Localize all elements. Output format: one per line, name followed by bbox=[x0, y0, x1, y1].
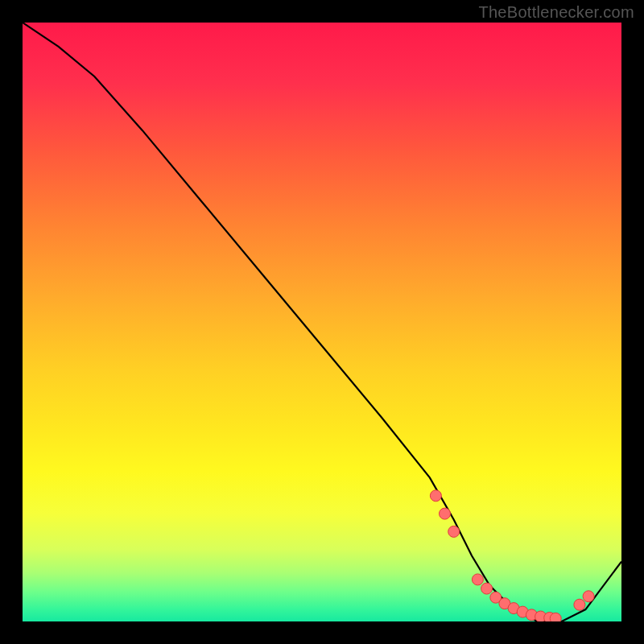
gpu-marker bbox=[430, 490, 441, 502]
gpu-marker bbox=[472, 574, 483, 585]
gpu-marker bbox=[481, 583, 493, 594]
gpu-marker bbox=[550, 613, 561, 621]
gpu-marker bbox=[574, 599, 585, 610]
gpu-marker bbox=[583, 591, 594, 602]
chart-svg bbox=[23, 23, 621, 621]
attribution-text: TheBottlenecker.com bbox=[478, 3, 634, 22]
bottleneck-curve bbox=[23, 23, 621, 621]
chart-plot-area bbox=[23, 23, 621, 621]
gpu-marker bbox=[440, 508, 451, 519]
gpu-marker bbox=[448, 526, 460, 537]
gpu-marker-group bbox=[430, 490, 594, 621]
